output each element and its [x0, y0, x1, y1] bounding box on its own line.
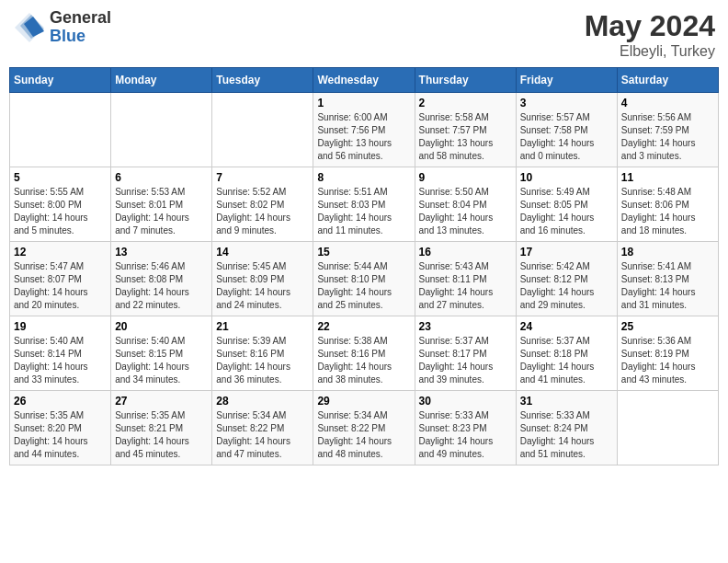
day-number: 8 [317, 171, 410, 184]
day-info: Sunrise: 5:33 AM Sunset: 8:24 PM Dayligh… [520, 409, 613, 461]
title-block: May 2024 Elbeyli, Turkey [585, 9, 715, 60]
header-day: Wednesday [313, 68, 415, 93]
day-number: 15 [317, 246, 410, 259]
calendar-week: 26Sunrise: 5:35 AM Sunset: 8:20 PM Dayli… [10, 391, 719, 465]
header-day: Tuesday [212, 68, 313, 93]
day-number: 30 [419, 395, 512, 408]
calendar-cell [111, 93, 212, 167]
day-number: 16 [419, 246, 512, 259]
calendar-cell: 3Sunrise: 5:57 AM Sunset: 7:58 PM Daylig… [516, 93, 617, 167]
calendar-week: 12Sunrise: 5:47 AM Sunset: 8:07 PM Dayli… [10, 242, 719, 316]
calendar-cell [617, 391, 718, 465]
calendar-cell: 24Sunrise: 5:37 AM Sunset: 8:18 PM Dayli… [516, 316, 617, 391]
day-info: Sunrise: 5:42 AM Sunset: 8:12 PM Dayligh… [520, 260, 613, 312]
calendar-cell: 10Sunrise: 5:49 AM Sunset: 8:05 PM Dayli… [516, 167, 617, 242]
calendar-cell: 23Sunrise: 5:37 AM Sunset: 8:17 PM Dayli… [415, 316, 516, 391]
calendar-cell: 6Sunrise: 5:53 AM Sunset: 8:01 PM Daylig… [111, 167, 212, 242]
day-number: 23 [419, 320, 512, 333]
day-info: Sunrise: 5:40 AM Sunset: 8:15 PM Dayligh… [115, 335, 208, 386]
day-number: 29 [317, 395, 410, 408]
calendar-cell: 7Sunrise: 5:52 AM Sunset: 8:02 PM Daylig… [212, 167, 313, 242]
logo-blue: Blue [50, 28, 111, 46]
day-info: Sunrise: 5:36 AM Sunset: 8:19 PM Dayligh… [621, 335, 714, 386]
day-info: Sunrise: 5:41 AM Sunset: 8:13 PM Dayligh… [621, 260, 714, 312]
day-info: Sunrise: 5:58 AM Sunset: 7:57 PM Dayligh… [419, 111, 512, 163]
day-number: 21 [216, 320, 309, 333]
calendar-cell: 27Sunrise: 5:35 AM Sunset: 8:21 PM Dayli… [111, 391, 212, 465]
day-number: 31 [520, 395, 613, 408]
location: Elbeyli, Turkey [585, 43, 715, 60]
day-info: Sunrise: 5:49 AM Sunset: 8:05 PM Dayligh… [520, 186, 613, 237]
calendar-cell: 30Sunrise: 5:33 AM Sunset: 8:23 PM Dayli… [415, 391, 516, 465]
day-info: Sunrise: 5:37 AM Sunset: 8:17 PM Dayligh… [419, 335, 512, 386]
calendar-cell: 5Sunrise: 5:55 AM Sunset: 8:00 PM Daylig… [10, 167, 111, 242]
calendar-cell: 19Sunrise: 5:40 AM Sunset: 8:14 PM Dayli… [10, 316, 111, 391]
calendar-week: 19Sunrise: 5:40 AM Sunset: 8:14 PM Dayli… [10, 316, 719, 391]
page-header: General Blue May 2024 Elbeyli, Turkey [9, 9, 719, 60]
day-number: 20 [115, 320, 208, 333]
day-info: Sunrise: 5:43 AM Sunset: 8:11 PM Dayligh… [419, 260, 512, 312]
day-number: 13 [115, 246, 208, 259]
day-info: Sunrise: 6:00 AM Sunset: 7:56 PM Dayligh… [317, 111, 410, 163]
day-info: Sunrise: 5:34 AM Sunset: 8:22 PM Dayligh… [216, 409, 309, 461]
calendar-cell [212, 93, 313, 167]
day-number: 11 [621, 171, 714, 184]
day-number: 25 [621, 320, 714, 333]
day-number: 10 [520, 171, 613, 184]
calendar-cell: 17Sunrise: 5:42 AM Sunset: 8:12 PM Dayli… [516, 242, 617, 316]
day-number: 12 [14, 246, 107, 259]
calendar-cell: 16Sunrise: 5:43 AM Sunset: 8:11 PM Dayli… [415, 242, 516, 316]
day-info: Sunrise: 5:55 AM Sunset: 8:00 PM Dayligh… [14, 186, 107, 237]
day-info: Sunrise: 5:50 AM Sunset: 8:04 PM Dayligh… [419, 186, 512, 237]
day-info: Sunrise: 5:48 AM Sunset: 8:06 PM Dayligh… [621, 186, 714, 237]
calendar-cell: 4Sunrise: 5:56 AM Sunset: 7:59 PM Daylig… [617, 93, 718, 167]
day-number: 22 [317, 320, 410, 333]
day-info: Sunrise: 5:33 AM Sunset: 8:23 PM Dayligh… [419, 409, 512, 461]
calendar-header: SundayMondayTuesdayWednesdayThursdayFrid… [10, 68, 719, 93]
calendar-cell [10, 93, 111, 167]
calendar-cell: 28Sunrise: 5:34 AM Sunset: 8:22 PM Dayli… [212, 391, 313, 465]
header-day: Thursday [415, 68, 516, 93]
logo: General Blue [13, 9, 111, 46]
calendar-cell: 2Sunrise: 5:58 AM Sunset: 7:57 PM Daylig… [415, 93, 516, 167]
day-info: Sunrise: 5:40 AM Sunset: 8:14 PM Dayligh… [14, 335, 107, 386]
day-info: Sunrise: 5:39 AM Sunset: 8:16 PM Dayligh… [216, 335, 309, 386]
calendar-cell: 15Sunrise: 5:44 AM Sunset: 8:10 PM Dayli… [313, 242, 415, 316]
day-number: 9 [419, 171, 512, 184]
header-row: SundayMondayTuesdayWednesdayThursdayFrid… [10, 68, 719, 93]
day-number: 1 [317, 97, 410, 109]
day-info: Sunrise: 5:35 AM Sunset: 8:20 PM Dayligh… [14, 409, 107, 461]
day-info: Sunrise: 5:46 AM Sunset: 8:08 PM Dayligh… [115, 260, 208, 312]
calendar-cell: 20Sunrise: 5:40 AM Sunset: 8:15 PM Dayli… [111, 316, 212, 391]
calendar-cell: 31Sunrise: 5:33 AM Sunset: 8:24 PM Dayli… [516, 391, 617, 465]
day-number: 19 [14, 320, 107, 333]
calendar-cell: 18Sunrise: 5:41 AM Sunset: 8:13 PM Dayli… [617, 242, 718, 316]
header-day: Saturday [617, 68, 718, 93]
day-info: Sunrise: 5:34 AM Sunset: 8:22 PM Dayligh… [317, 409, 410, 461]
header-day: Friday [516, 68, 617, 93]
day-number: 3 [520, 97, 613, 109]
day-number: 5 [14, 171, 107, 184]
calendar-cell: 22Sunrise: 5:38 AM Sunset: 8:16 PM Dayli… [313, 316, 415, 391]
calendar-cell: 12Sunrise: 5:47 AM Sunset: 8:07 PM Dayli… [10, 242, 111, 316]
calendar-week: 5Sunrise: 5:55 AM Sunset: 8:00 PM Daylig… [10, 167, 719, 242]
day-info: Sunrise: 5:53 AM Sunset: 8:01 PM Dayligh… [115, 186, 208, 237]
day-number: 4 [621, 97, 714, 109]
header-day: Monday [111, 68, 212, 93]
calendar-cell: 14Sunrise: 5:45 AM Sunset: 8:09 PM Dayli… [212, 242, 313, 316]
calendar-cell: 8Sunrise: 5:51 AM Sunset: 8:03 PM Daylig… [313, 167, 415, 242]
calendar-cell: 26Sunrise: 5:35 AM Sunset: 8:20 PM Dayli… [10, 391, 111, 465]
day-number: 24 [520, 320, 613, 333]
calendar-table: SundayMondayTuesdayWednesdayThursdayFrid… [9, 67, 719, 465]
calendar-cell: 11Sunrise: 5:48 AM Sunset: 8:06 PM Dayli… [617, 167, 718, 242]
day-info: Sunrise: 5:38 AM Sunset: 8:16 PM Dayligh… [317, 335, 410, 386]
logo-text: General Blue [50, 9, 111, 46]
day-info: Sunrise: 5:37 AM Sunset: 8:18 PM Dayligh… [520, 335, 613, 386]
day-number: 18 [621, 246, 714, 259]
logo-icon [13, 11, 46, 44]
day-info: Sunrise: 5:51 AM Sunset: 8:03 PM Dayligh… [317, 186, 410, 237]
calendar-body: 1Sunrise: 6:00 AM Sunset: 7:56 PM Daylig… [10, 93, 719, 465]
day-info: Sunrise: 5:35 AM Sunset: 8:21 PM Dayligh… [115, 409, 208, 461]
day-number: 28 [216, 395, 309, 408]
day-number: 27 [115, 395, 208, 408]
